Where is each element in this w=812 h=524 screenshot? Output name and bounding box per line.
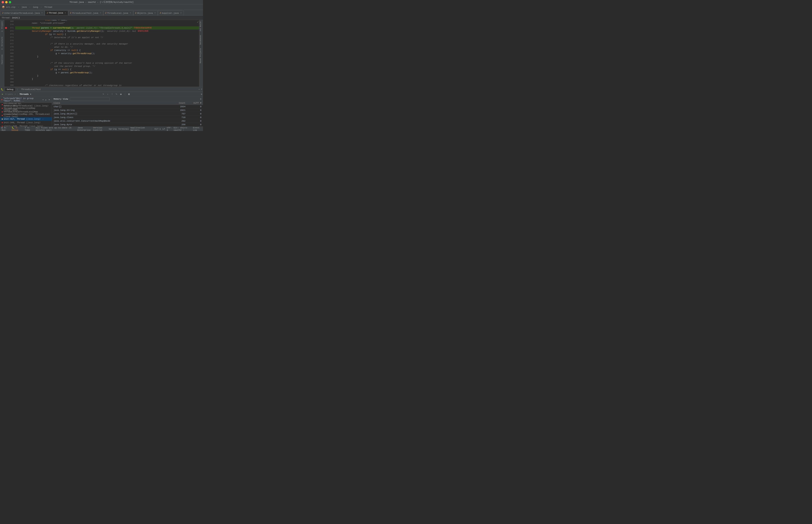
frame-label: init:417, Thread (java.lang) [4,118,41,120]
step-over-btn[interactable]: ↷ [101,93,105,96]
status-right: Java Enterprise Version Control Spring T… [78,127,202,131]
nav-item-java[interactable]: java [20,5,28,9]
tab-close-icon[interactable]: × [100,12,101,14]
status-event-log[interactable]: Event Log [193,127,202,131]
tab-supplier[interactable]: J Supplier.java × [158,11,184,15]
right-tab-databases[interactable]: Databases [199,34,203,46]
status-todo[interactable]: ≡ 5: TODO [25,127,34,131]
code-line-372: 372 SecurityManager security = System.ge… [4,30,199,33]
debug-tab-main[interactable]: Debug [5,88,15,91]
memory-col-count-header[interactable]: Count [170,102,186,104]
tab-close-icon[interactable]: × [130,12,131,14]
status-spring[interactable]: Spring [109,128,117,130]
memory-row-0[interactable]: char[] 2034 0 [52,105,203,109]
memory-view-btn[interactable]: ▦ [127,93,131,96]
frame-label: init:349, Thread (java.lang) [4,121,41,124]
status-version-control[interactable]: Version Control [93,127,107,131]
close-button[interactable] [2,1,4,3]
line-num-370: 370 [7,23,15,26]
run-to-cursor-btn[interactable]: ⤷ [115,93,118,96]
resume-btn[interactable]: ▶ [1,93,4,96]
editor-area: 1: Project 2: Structure Favorites 368 th… [0,20,203,87]
tab-label: Thread.java [49,12,63,14]
code-editor[interactable]: 368 this.name = name; name: "cthread8 pt… [4,20,199,87]
memory-table-header: Class Count Diff ▼ [52,101,203,105]
thread-up-btn[interactable]: ▴ [45,98,47,101]
memory-row-5[interactable]: java.lang.Byte 256 0 [52,123,203,127]
tab-close-icon[interactable]: × [155,12,156,14]
right-tab-antbuild[interactable]: Ant Build [199,21,203,32]
sidebar-favorites-label[interactable]: Favorites [1,54,4,65]
debug-tab-threadlocaltest[interactable]: ThreadLocalTest [20,88,43,91]
minimize-button[interactable] [5,1,7,3]
memory-class-3: java.lang.Class [53,116,170,119]
frame-label: createInheritedMap:255, ThreadLocal (jav… [4,113,50,118]
status-bar: ▶ R: Run 🐛 5: Debug ≡ 5: TODO All files … [0,127,203,131]
memory-row-1[interactable]: java.lang.String 2021 0 [52,109,203,112]
tab-icon: J [135,12,136,14]
nav-item-thread[interactable]: Thread [43,5,53,9]
memory-header: Memory View ⚙ [52,97,203,101]
debug-close[interactable]: × [201,88,202,91]
memory-row-3[interactable]: java.lang.Class 710 0 [52,116,203,119]
frames-panel: ■ "pthread3"@617 in group "main": RUNNI.… [0,97,52,127]
memory-col-class-header[interactable]: Class [53,102,170,104]
nav-bar: 📦 src.zip › java › lang › Thread [0,4,203,10]
thread-dropdown-icon[interactable]: ▾ [42,98,44,101]
debug-top-right: — × [198,88,202,91]
tab-threadlocaltest[interactable]: J ThreadLocalTest.java × [68,11,103,15]
tab-close-icon[interactable]: × [41,12,43,14]
line-num-372: 372 [7,30,15,33]
status-run[interactable]: ▶ R: Run [2,127,10,131]
frame-icon: ■ [2,118,3,120]
tab-threadlocal[interactable]: J ThreadLocal.java × [103,11,133,15]
thread-selector-label: "pthread3"@617 in group "main": RUNNI... [3,97,42,102]
frame-item-3[interactable]: ■ createInheritedMap:255, ThreadLocal (j… [0,114,52,117]
debug-settings-icon[interactable]: ⚙ [201,93,202,96]
memory-settings-icon[interactable]: ⚙ [200,98,202,100]
status-git[interactable]: Git: shiro-oauth2 ↑ [174,127,191,131]
tab-close-icon[interactable]: × [65,12,66,14]
tab-objects[interactable]: J Objects.java × [133,11,158,15]
red-arrow-icon: ← [43,118,44,120]
frame-icon: ■ [2,107,3,110]
thread-down-btn[interactable]: ▾ [48,98,50,101]
threads-label: Threads ▾ [19,93,31,96]
memory-row-2[interactable]: java.lang.Object[] 757 0 [52,112,203,116]
memory-search-input[interactable] [70,97,110,101]
memory-diff-2: 0 [186,113,202,115]
sidebar-project-label[interactable]: 1: Project [1,21,4,32]
status-terminal[interactable]: Terminal [118,128,129,130]
sidebar-structure-label[interactable]: 2: Structure [1,36,4,50]
nav-item-srczip[interactable]: 📦 src.zip [1,5,17,9]
maximize-button[interactable] [9,1,11,3]
memory-col-diff-header[interactable]: Diff ▼ [186,102,202,104]
breakpoint-371[interactable] [5,27,7,29]
evaluate-btn[interactable]: ⏏ [119,93,123,96]
nav-item-lang[interactable]: lang [32,5,39,9]
memory-row-4[interactable]: java.util.concurrent.ConcurrentHashMap$N… [52,119,203,123]
thread-selector[interactable]: ■ "pthread3"@617 in group "main": RUNNI.… [0,97,52,103]
debug-minimize[interactable]: — [198,88,200,91]
breadcrumb-init[interactable]: init() [12,17,20,19]
memory-panel: Memory View ⚙ Class Count Diff ▼ char[] … [52,97,203,127]
right-tab-maven[interactable]: Maven Projects [199,47,203,64]
memory-class-0: char[] [53,105,170,108]
step-out-btn[interactable]: ↑ [110,93,114,96]
code-line-374: 374 /* Determine if it's an applet or no… [4,36,199,39]
tab-close-icon[interactable]: × [180,12,181,14]
tab-thread[interactable]: J Thread.java × [45,11,68,15]
status-app-servers[interactable]: Application Servers [130,127,148,131]
status-java-enterprise[interactable]: Java Enterprise [78,127,92,131]
tab-inheritablethreadlocal[interactable]: J InheritableThreadLocal.java × [0,11,45,15]
breadcrumb-thread[interactable]: Thread [2,17,10,19]
line-num-368: 368 [7,20,15,23]
checkmark-indicator: ✓ [197,20,198,24]
step-into-btn[interactable]: ↓ [106,93,110,96]
frame-item-5[interactable]: ■ init:349, Thread (java.lang) [0,121,52,125]
breadcrumb: Thread › init() [0,16,203,20]
status-debug[interactable]: 🐛 5: Debug [12,127,23,131]
debug-content: ■ "pthread3"@617 in group "main": RUNNI.… [0,97,203,127]
memory-count-1: 2021 [170,109,186,111]
window-title: Thread.java - oauth2 - [~/工作空间/mystudy/o… [69,1,133,4]
